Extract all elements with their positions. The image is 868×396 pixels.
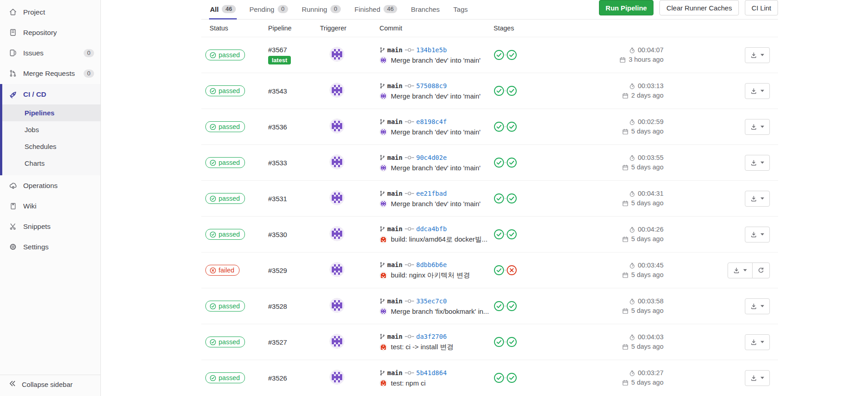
sidebar-item-settings[interactable]: Settings xyxy=(0,237,100,257)
stage-icon[interactable] xyxy=(506,372,517,383)
commit-sha-link[interactable]: ddca4bfb xyxy=(416,225,447,233)
commit-sha-link[interactable]: da3f2706 xyxy=(416,333,447,340)
download-artifacts-button[interactable] xyxy=(745,298,770,314)
stage-icon[interactable] xyxy=(494,193,504,204)
stage-icon[interactable] xyxy=(506,229,517,240)
triggerer-avatar[interactable] xyxy=(329,334,344,349)
stage-icon[interactable] xyxy=(494,85,504,96)
tab-running[interactable]: Running 0 xyxy=(301,0,342,20)
commit-sha-link[interactable]: 90c4d02e xyxy=(416,154,447,161)
sidebar-item-operations[interactable]: Operations xyxy=(0,175,100,196)
run-pipeline-button[interactable]: Run Pipeline xyxy=(599,0,654,15)
commit-message-link[interactable]: Merge branch 'dev' into 'main' xyxy=(391,164,480,172)
triggerer-avatar[interactable] xyxy=(329,298,344,313)
download-artifacts-button[interactable] xyxy=(728,262,753,278)
clear-runner-caches-button[interactable]: Clear Runner Caches xyxy=(659,0,738,15)
download-artifacts-button[interactable] xyxy=(745,83,770,99)
sidebar-item-charts[interactable]: Charts xyxy=(2,155,100,172)
sidebar-item-snippets[interactable]: Snippets xyxy=(0,216,100,237)
commit-message-link[interactable]: Merge branch 'dev' into 'main' xyxy=(391,128,480,136)
sidebar-item-repository[interactable]: Repository xyxy=(0,22,100,43)
commit-message-link[interactable]: build: nginx 아키텍처 변경 xyxy=(391,271,470,280)
triggerer-avatar[interactable] xyxy=(329,47,344,62)
commit-sha-link[interactable]: 134b1e5b xyxy=(416,46,447,54)
pipeline-status-badge[interactable]: passed xyxy=(205,229,245,240)
pipeline-id-link[interactable]: #3567 xyxy=(268,46,320,54)
stage-icon[interactable] xyxy=(506,85,517,96)
commit-author-avatar[interactable] xyxy=(379,92,387,100)
sidebar-item-merge-requests[interactable]: Merge Requests 0 xyxy=(0,63,100,84)
download-artifacts-button[interactable] xyxy=(745,119,770,135)
stage-icon[interactable] xyxy=(494,372,504,383)
commit-author-avatar[interactable] xyxy=(379,128,387,136)
stage-icon[interactable] xyxy=(494,157,504,168)
triggerer-avatar[interactable] xyxy=(329,154,344,169)
commit-author-avatar[interactable] xyxy=(379,200,387,208)
commit-author-avatar[interactable] xyxy=(379,272,387,279)
pipeline-id-link[interactable]: #3533 xyxy=(268,159,320,167)
branch-link[interactable]: main xyxy=(387,82,403,89)
sidebar-item-schedules[interactable]: Schedules xyxy=(2,138,100,155)
sidebar-item-cicd[interactable]: CI / CD xyxy=(2,84,100,104)
stage-icon[interactable] xyxy=(494,50,504,60)
stage-icon[interactable] xyxy=(494,121,504,132)
pipeline-status-badge[interactable]: passed xyxy=(205,372,245,383)
stage-icon[interactable] xyxy=(506,265,517,276)
branch-link[interactable]: main xyxy=(387,154,403,161)
branch-link[interactable]: main xyxy=(387,297,403,305)
pipeline-id-link[interactable]: #3529 xyxy=(268,267,320,274)
stage-icon[interactable] xyxy=(506,193,517,204)
pipeline-status-badge[interactable]: failed xyxy=(205,265,239,276)
download-artifacts-button[interactable] xyxy=(745,155,770,171)
triggerer-avatar[interactable] xyxy=(329,190,344,205)
tab-tags[interactable]: Tags xyxy=(453,0,469,20)
pipeline-status-badge[interactable]: passed xyxy=(205,85,245,96)
download-artifacts-button[interactable] xyxy=(745,334,770,350)
commit-author-avatar[interactable] xyxy=(379,343,387,351)
commit-message-link[interactable]: Merge branch 'dev' into 'main' xyxy=(391,56,480,64)
download-artifacts-button[interactable] xyxy=(745,47,770,63)
download-artifacts-button[interactable] xyxy=(745,191,770,207)
pipeline-status-badge[interactable]: passed xyxy=(205,193,245,204)
tab-pending[interactable]: Pending 0 xyxy=(249,0,289,20)
sidebar-item-project[interactable]: Project xyxy=(0,2,100,22)
commit-message-link[interactable]: test: ci -> install 변경 xyxy=(391,343,454,351)
tab-finished[interactable]: Finished 46 xyxy=(354,0,398,20)
commit-author-avatar[interactable] xyxy=(379,164,387,172)
stage-icon[interactable] xyxy=(506,121,517,132)
download-artifacts-button[interactable] xyxy=(745,370,770,386)
pipeline-status-badge[interactable]: passed xyxy=(205,50,245,60)
pipeline-id-link[interactable]: #3526 xyxy=(268,374,320,382)
commit-sha-link[interactable]: e8198c4f xyxy=(416,118,447,125)
retry-button[interactable] xyxy=(752,262,770,278)
branch-link[interactable]: main xyxy=(387,225,403,233)
pipeline-status-badge[interactable]: passed xyxy=(205,301,245,312)
triggerer-avatar[interactable] xyxy=(329,83,344,98)
stage-icon[interactable] xyxy=(506,157,517,168)
pipeline-id-link[interactable]: #3543 xyxy=(268,87,320,95)
stage-icon[interactable] xyxy=(506,337,517,347)
commit-sha-link[interactable]: 335ec7c0 xyxy=(416,297,447,305)
stage-icon[interactable] xyxy=(506,301,517,312)
pipeline-id-link[interactable]: #3528 xyxy=(268,302,320,310)
commit-sha-link[interactable]: 575088c9 xyxy=(416,82,447,89)
pipeline-id-link[interactable]: #3536 xyxy=(268,123,320,131)
stage-icon[interactable] xyxy=(494,265,504,276)
sidebar-item-pipelines[interactable]: Pipelines xyxy=(2,104,100,121)
tab-branches[interactable]: Branches xyxy=(410,0,440,20)
pipeline-id-link[interactable]: #3530 xyxy=(268,231,320,238)
stage-icon[interactable] xyxy=(494,337,504,347)
commit-sha-link[interactable]: ee21fbad xyxy=(416,190,447,197)
pipeline-id-link[interactable]: #3527 xyxy=(268,338,320,346)
branch-link[interactable]: main xyxy=(387,118,403,125)
collapse-sidebar-button[interactable]: Collapse sidebar xyxy=(0,375,100,396)
pipeline-id-link[interactable]: #3531 xyxy=(268,195,320,203)
branch-link[interactable]: main xyxy=(387,333,403,340)
branch-link[interactable]: main xyxy=(387,190,403,197)
triggerer-avatar[interactable] xyxy=(329,226,344,241)
stage-icon[interactable] xyxy=(506,50,517,60)
commit-author-avatar[interactable] xyxy=(379,236,387,243)
triggerer-avatar[interactable] xyxy=(329,370,344,385)
tab-all[interactable]: All 46 xyxy=(209,0,237,20)
commit-message-link[interactable]: Merge branch 'dev' into 'main' xyxy=(391,200,480,208)
